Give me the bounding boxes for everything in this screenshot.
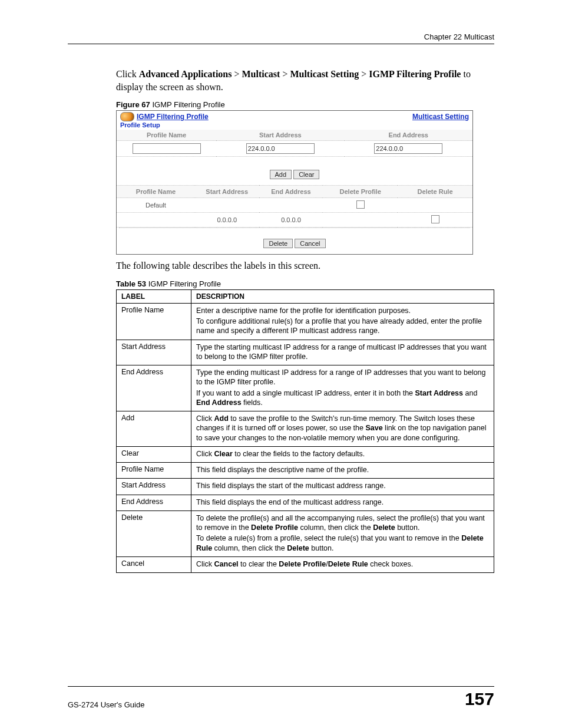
start-address-input[interactable] (246, 143, 315, 154)
table-row: End Address This field displays the end … (117, 495, 494, 510)
delete-profile-checkbox[interactable] (356, 200, 365, 209)
table-row: Start Address Type the starting multicas… (117, 340, 494, 365)
app-screenshot: IGMP Filtering Profile Multicast Setting… (116, 110, 473, 255)
col2-delete-rule: Delete Rule (398, 186, 472, 198)
clear-button[interactable]: Clear (293, 170, 319, 179)
profile-setup-label: Profile Setup (117, 121, 472, 129)
cancel-button[interactable]: Cancel (295, 239, 325, 248)
multicast-setting-link[interactable]: Multicast Setting (412, 113, 469, 121)
table-row: Default (117, 198, 472, 213)
figure-caption: Figure 67 IGMP Filtering Profile (68, 100, 494, 109)
cell-end: 0.0.0.0 (259, 213, 323, 228)
table-row: Add Click Add to save the profile to the… (117, 411, 494, 447)
figure-number: Figure 67 (116, 100, 150, 109)
table-number: Table 53 (116, 279, 146, 288)
col-profile-name: Profile Name (117, 130, 216, 141)
intro-paragraph: Click Advanced Applications > Multicast … (68, 68, 494, 93)
table-row: Start Address This field displays the st… (117, 479, 494, 495)
description-table: LABEL DESCRIPTION Profile Name Enter a d… (116, 289, 494, 573)
col2-delete-profile: Delete Profile (323, 186, 398, 198)
col2-profile-name: Profile Name (117, 186, 195, 198)
breadcrumb-1: Advanced Applications (139, 69, 232, 79)
chapter-header: Chapter 22 Multicast (68, 32, 494, 41)
table-row: Clear Click Clear to clear the fields to… (117, 446, 494, 462)
table-row: Cancel Click Cancel to clear the Delete … (117, 556, 494, 572)
add-button[interactable]: Add (270, 170, 292, 179)
header-rule (68, 44, 494, 44)
footer-guide: GS-2724 User's Guide (68, 700, 144, 709)
figure-title: IGMP Filtering Profile (150, 100, 225, 109)
col-start-address: Start Address (216, 130, 344, 141)
profile-input-table: Profile Name Start Address End Address (117, 130, 472, 157)
panel-title: IGMP Filtering Profile (137, 113, 209, 121)
cell-start: 0.0.0.0 (195, 213, 259, 228)
breadcrumb-3: Multicast Setting (290, 69, 359, 79)
delete-rule-checkbox[interactable] (431, 215, 439, 223)
intro-pre: Click (116, 69, 139, 79)
table-row: 0.0.0.0 0.0.0.0 (117, 213, 472, 228)
table-caption: Table 53 IGMP Filtering Profile (68, 279, 494, 288)
table-row: Profile Name This field displays the des… (117, 463, 494, 479)
app-orb-icon (120, 112, 134, 121)
header-label: LABEL (117, 289, 191, 303)
col-end-address: End Address (345, 130, 472, 141)
table-row: End Address Type the ending multicast IP… (117, 365, 494, 411)
breadcrumb-2: Multicast (242, 69, 280, 79)
page-number: 157 (465, 689, 494, 709)
header-description: DESCRIPTION (191, 289, 494, 303)
col2-end-address: End Address (259, 186, 323, 198)
col2-start-address: Start Address (195, 186, 259, 198)
page-footer: GS-2724 User's Guide 157 (68, 686, 494, 709)
profile-list-table: Profile Name Start Address End Address D… (117, 185, 472, 228)
cell-profile-name: Default (117, 198, 195, 213)
end-address-input[interactable] (374, 143, 442, 154)
table-title: IGMP Filtering Profile (146, 279, 221, 288)
table-row: Delete To delete the profile(s) and all … (117, 510, 494, 556)
delete-button[interactable]: Delete (263, 239, 293, 248)
breadcrumb-4: IGMP Filtering Profile (369, 69, 461, 79)
after-shot-text: The following table describes the labels… (68, 259, 494, 272)
profile-name-input[interactable] (133, 143, 201, 154)
table-row: Profile Name Enter a descriptive name fo… (117, 303, 494, 340)
